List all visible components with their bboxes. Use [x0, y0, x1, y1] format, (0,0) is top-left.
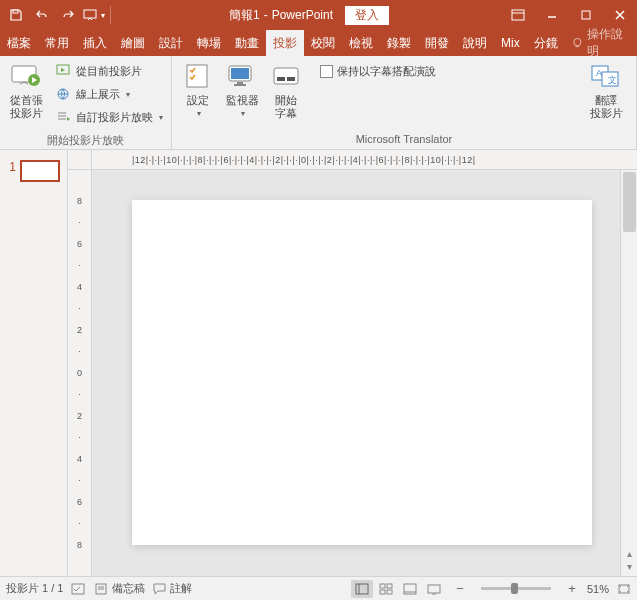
thumbnail-number: 1: [4, 160, 16, 174]
editor-area: |12|·|·|·|10|·|·|·|8|·|·|·|6|·|·|·|4|·|·…: [68, 150, 637, 576]
zoom-slider[interactable]: [481, 587, 551, 590]
title-bar: ▾ 簡報1 - PowerPoint 登入: [0, 0, 637, 30]
translate-slides-button[interactable]: A文 翻譯 投影片: [580, 58, 632, 133]
tab-developer[interactable]: 開發: [418, 30, 456, 56]
prev-slide-icon[interactable]: ▴: [627, 548, 632, 559]
slide-thumbnail-panel: 1: [0, 150, 68, 576]
svg-rect-18: [237, 82, 243, 84]
undo-icon[interactable]: [30, 3, 54, 27]
notes-button[interactable]: 備忘稿: [95, 581, 145, 596]
tab-transitions[interactable]: 轉場: [190, 30, 228, 56]
slide-canvas-area[interactable]: [92, 170, 620, 576]
sorter-view-icon[interactable]: [375, 580, 397, 598]
next-slide-icon[interactable]: ▾: [627, 561, 632, 572]
svg-rect-21: [277, 77, 285, 81]
tell-me-search[interactable]: 操作說明: [565, 30, 637, 56]
start-slideshow-icon[interactable]: ▾: [82, 3, 106, 27]
tab-review[interactable]: 校閱: [304, 30, 342, 56]
svg-rect-22: [287, 77, 295, 81]
ribbon-tabs: 檔案 常用 插入 繪圖 設計 轉場 動畫 投影 校閱 檢視 錄製 開發 說明 M…: [0, 30, 637, 56]
fit-window-icon[interactable]: [617, 583, 631, 595]
slide-thumbnail-1[interactable]: [20, 160, 60, 182]
zoom-out-button[interactable]: −: [453, 581, 467, 596]
zoom-slider-handle[interactable]: [511, 583, 518, 594]
tab-slideshow[interactable]: 投影: [266, 30, 304, 56]
normal-view-icon[interactable]: [351, 580, 373, 598]
svg-rect-35: [380, 590, 385, 594]
thumbnail-row: 1: [0, 158, 67, 184]
tab-draw[interactable]: 繪圖: [114, 30, 152, 56]
globe-icon: [56, 86, 72, 102]
status-bar: 投影片 1 / 1 備忘稿 註解 − + 51%: [0, 576, 637, 600]
login-button[interactable]: 登入: [345, 6, 389, 25]
reading-view-icon[interactable]: [399, 580, 421, 598]
monitors-button[interactable]: 監視器▾: [220, 58, 264, 133]
svg-rect-1: [84, 10, 96, 18]
svg-rect-17: [231, 68, 249, 79]
group-label-translator: Microsoft Translator: [176, 133, 632, 149]
qat-separator: [110, 6, 111, 24]
ribbon-content: 從首張 投影片 從目前投影片 線上展示▾ 自訂投影片放映▾ 開始投影片放映: [0, 56, 637, 150]
svg-rect-31: [356, 584, 368, 594]
slide-counter[interactable]: 投影片 1 / 1: [6, 581, 63, 596]
screen-play-icon: [56, 63, 72, 79]
svg-rect-36: [387, 590, 392, 594]
slide-canvas[interactable]: [132, 200, 592, 545]
lightbulb-icon: [571, 36, 584, 50]
svg-rect-33: [380, 584, 385, 588]
horizontal-ruler-wrap: |12|·|·|·|10|·|·|·|8|·|·|·|6|·|·|·|4|·|·…: [68, 150, 637, 170]
svg-rect-5: [582, 11, 590, 19]
tab-record[interactable]: 錄製: [380, 30, 418, 56]
tab-mix[interactable]: Mix: [494, 30, 527, 56]
zoom-level[interactable]: 51%: [587, 583, 609, 595]
always-subtitles-checkbox[interactable]: 保持以字幕搭配演說: [316, 60, 440, 82]
tab-home[interactable]: 常用: [38, 30, 76, 56]
vertical-ruler[interactable]: 8·6·4·2·0·2·4·6·8: [68, 170, 92, 576]
scroll-nav: ▴ ▾: [621, 548, 637, 576]
svg-rect-2: [512, 10, 524, 20]
present-online-button[interactable]: 線上展示▾: [52, 83, 167, 105]
from-current-button[interactable]: 從目前投影片: [52, 60, 167, 82]
vertical-scrollbar[interactable]: ▴ ▾: [620, 170, 637, 576]
ruler-corner: [68, 150, 92, 170]
scrollbar-thumb[interactable]: [623, 172, 636, 232]
svg-rect-15: [187, 65, 207, 87]
save-icon[interactable]: [4, 3, 28, 27]
group-setup: 設定▾ 監視器▾ 開始 字幕 保持以字幕搭配演說 A文 翻譯 投影片: [172, 56, 637, 149]
monitor-icon: [226, 60, 258, 92]
svg-point-6: [573, 38, 580, 45]
horizontal-ruler[interactable]: |12|·|·|·|10|·|·|·|8|·|·|·|6|·|·|·|4|·|·…: [92, 150, 637, 170]
presentation-play-icon: [10, 60, 42, 92]
spellcheck-icon[interactable]: [71, 582, 87, 596]
ribbon-display-icon[interactable]: [501, 0, 535, 30]
comments-button[interactable]: 註解: [153, 581, 192, 596]
tab-design[interactable]: 設計: [152, 30, 190, 56]
window-title: 簡報1 - PowerPoint 登入: [117, 6, 501, 25]
svg-text:文: 文: [608, 75, 617, 85]
svg-rect-20: [274, 68, 298, 84]
from-beginning-button[interactable]: 從首張 投影片: [4, 58, 48, 133]
tab-file[interactable]: 檔案: [0, 30, 38, 56]
subtitles-button[interactable]: 開始 字幕: [264, 58, 308, 133]
svg-rect-34: [387, 584, 392, 588]
custom-slideshow-button[interactable]: 自訂投影片放映▾: [52, 106, 167, 128]
slideshow-view-icon[interactable]: [423, 580, 445, 598]
checklist-icon: [182, 60, 214, 92]
svg-text:A: A: [596, 68, 602, 78]
tab-help[interactable]: 說明: [456, 30, 494, 56]
translate-icon: A文: [590, 60, 622, 92]
svg-rect-39: [428, 585, 440, 593]
svg-rect-19: [234, 84, 246, 86]
tab-animations[interactable]: 動畫: [228, 30, 266, 56]
minimize-icon[interactable]: [535, 0, 569, 30]
notes-icon: [95, 583, 109, 595]
tab-view[interactable]: 檢視: [342, 30, 380, 56]
app-name: PowerPoint: [272, 8, 333, 22]
redo-icon[interactable]: [56, 3, 80, 27]
zoom-in-button[interactable]: +: [565, 581, 579, 596]
list-play-icon: [56, 109, 72, 125]
tab-storyboard[interactable]: 分鏡: [527, 30, 565, 56]
tab-insert[interactable]: 插入: [76, 30, 114, 56]
setup-button[interactable]: 設定▾: [176, 58, 220, 133]
checkbox-icon: [320, 65, 333, 78]
